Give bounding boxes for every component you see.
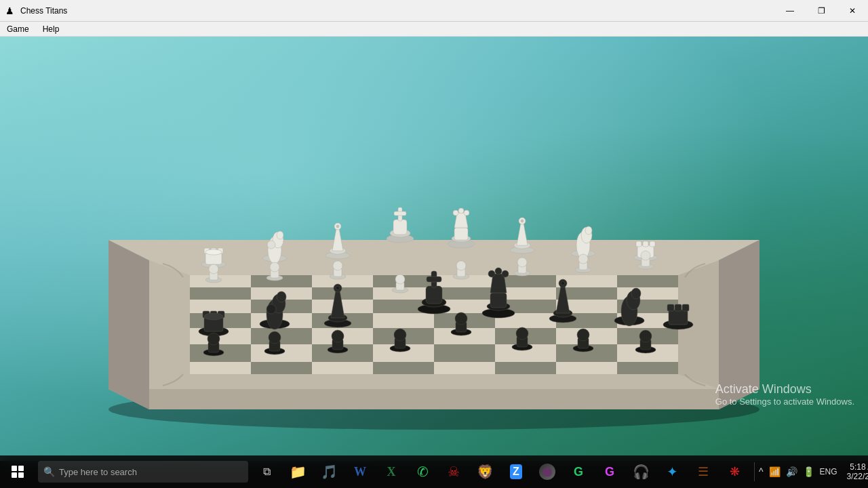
taskbar-obs[interactable]: ⏺ bbox=[532, 455, 563, 488]
window-title: Chess Titans bbox=[20, 6, 67, 16]
svg-point-198 bbox=[639, 330, 652, 342]
svg-point-72 bbox=[205, 249, 222, 255]
whatsapp-icon: ✆ bbox=[417, 464, 429, 480]
taskbar-headset-app[interactable]: 🎧 bbox=[625, 455, 656, 488]
svg-rect-40 bbox=[251, 328, 312, 344]
obs-icon: ⏺ bbox=[539, 464, 555, 480]
svg-point-114 bbox=[270, 262, 279, 272]
taskbar-app15[interactable]: ☰ bbox=[688, 455, 719, 488]
svg-point-189 bbox=[455, 312, 467, 325]
svg-rect-174 bbox=[682, 304, 689, 311]
svg-point-117 bbox=[333, 261, 342, 270]
taskbar-app12[interactable]: G bbox=[594, 455, 625, 488]
minimize-button[interactable]: — bbox=[774, 0, 806, 22]
taskbar-search[interactable]: 🔍 Type here to search bbox=[38, 461, 248, 483]
svg-point-180 bbox=[269, 331, 281, 344]
svg-point-186 bbox=[394, 329, 406, 341]
svg-marker-1 bbox=[108, 389, 760, 409]
media-player-icon: 🎵 bbox=[321, 464, 338, 480]
clock-time: 5:18 AM bbox=[850, 462, 868, 472]
app7-icon: ☠ bbox=[448, 464, 460, 480]
taskbar-zoom[interactable]: Z bbox=[500, 455, 532, 488]
title-left: ♟ Chess Titans bbox=[0, 5, 67, 16]
board-container[interactable]: /* This is just placeholder - actual squ… bbox=[68, 77, 800, 430]
svg-rect-14 bbox=[617, 275, 678, 287]
close-button[interactable]: ✕ bbox=[837, 0, 868, 22]
tray-volume-icon[interactable]: 🔊 bbox=[783, 455, 800, 488]
taskbar-brave[interactable]: 🦁 bbox=[469, 455, 500, 488]
svg-rect-107 bbox=[643, 241, 648, 247]
svg-rect-85 bbox=[393, 220, 407, 235]
svg-point-138 bbox=[204, 313, 223, 320]
tray-battery-icon[interactable]: 🔋 bbox=[800, 455, 817, 488]
system-tray: ^ 📶 🔊 🔋 ENG 5:18 AM 3/22/2021 🗨 bbox=[750, 455, 868, 488]
menu-help[interactable]: Help bbox=[36, 22, 66, 36]
zoom-icon: Z bbox=[510, 464, 522, 479]
svg-point-165 bbox=[561, 282, 565, 285]
svg-rect-90 bbox=[454, 228, 468, 240]
svg-marker-65 bbox=[149, 260, 190, 389]
svg-point-159 bbox=[495, 268, 502, 274]
taskbar-app14[interactable]: ✦ bbox=[656, 455, 688, 488]
svg-point-129 bbox=[641, 251, 650, 260]
activate-windows-watermark: Activate Windows Go to Settings to activ… bbox=[715, 382, 854, 407]
app11-icon: G bbox=[574, 465, 583, 479]
svg-rect-106 bbox=[636, 241, 642, 247]
svg-point-143 bbox=[267, 304, 276, 314]
app14-icon: ✦ bbox=[667, 464, 678, 480]
taskbar-whatsapp[interactable]: ✆ bbox=[407, 455, 438, 488]
svg-rect-87 bbox=[394, 211, 406, 216]
windows-logo-icon bbox=[12, 466, 24, 478]
svg-point-93 bbox=[458, 208, 464, 214]
tray-lang[interactable]: ENG bbox=[817, 455, 840, 488]
svg-rect-173 bbox=[675, 304, 682, 311]
svg-rect-19 bbox=[434, 287, 495, 300]
svg-point-195 bbox=[577, 329, 589, 341]
search-icon: 🔍 bbox=[43, 466, 55, 477]
taskbar-app11[interactable]: G bbox=[563, 455, 594, 488]
svg-rect-17 bbox=[312, 287, 373, 300]
window-controls: — ❐ ✕ bbox=[774, 0, 868, 21]
svg-point-126 bbox=[578, 254, 588, 264]
clock-date: 3/22/2021 bbox=[847, 472, 868, 481]
svg-rect-108 bbox=[650, 241, 655, 247]
restore-button[interactable]: ❐ bbox=[806, 0, 837, 22]
taskbar-apps: ⧉ 📁 🎵 W X ✆ ☠ 🦁 Z bbox=[251, 455, 750, 488]
taskbar: 🔍 Type here to search ⧉ 📁 🎵 W X ✆ ☠ bbox=[0, 455, 868, 488]
menu-bar: Game Help bbox=[0, 22, 868, 37]
svg-point-103 bbox=[585, 226, 592, 235]
svg-point-94 bbox=[464, 210, 469, 216]
svg-point-177 bbox=[208, 333, 220, 345]
tray-divider bbox=[754, 462, 755, 481]
tray-hidden-icons[interactable]: ^ bbox=[756, 455, 766, 488]
svg-marker-97 bbox=[517, 223, 528, 245]
svg-rect-151 bbox=[426, 286, 442, 304]
tray-network-icon[interactable]: 📶 bbox=[766, 455, 783, 488]
menu-game[interactable]: Game bbox=[0, 22, 36, 36]
title-bar: ♟ Chess Titans — ❐ ✕ bbox=[0, 0, 868, 22]
activate-windows-subtitle: Go to Settings to activate Windows. bbox=[715, 396, 854, 407]
taskbar-app7[interactable]: ☠ bbox=[438, 455, 469, 488]
chess-board[interactable]: /* This is just placeholder - actual squ… bbox=[68, 77, 800, 430]
svg-point-99 bbox=[521, 220, 524, 222]
taskbar-app16[interactable]: ❋ bbox=[719, 455, 750, 488]
svg-rect-172 bbox=[667, 304, 674, 311]
taskbar-file-explorer[interactable]: 📁 bbox=[282, 455, 313, 488]
svg-rect-171 bbox=[669, 310, 688, 325]
svg-marker-80 bbox=[332, 228, 343, 251]
svg-point-111 bbox=[209, 264, 218, 274]
excel-icon: X bbox=[387, 465, 396, 479]
taskbar-word[interactable]: W bbox=[344, 455, 376, 488]
system-clock[interactable]: 5:18 AM 3/22/2021 bbox=[840, 455, 868, 488]
svg-point-92 bbox=[453, 210, 458, 216]
svg-rect-156 bbox=[490, 293, 507, 308]
svg-point-192 bbox=[516, 327, 528, 340]
taskbar-excel[interactable]: X bbox=[376, 455, 407, 488]
svg-point-123 bbox=[517, 258, 527, 267]
start-button[interactable] bbox=[0, 455, 35, 488]
taskbar-media-player[interactable]: 🎵 bbox=[313, 455, 344, 488]
brave-icon: 🦁 bbox=[477, 464, 494, 480]
word-icon: W bbox=[354, 465, 366, 479]
taskbar-task-view[interactable]: ⧉ bbox=[251, 455, 282, 488]
svg-point-82 bbox=[336, 225, 339, 228]
